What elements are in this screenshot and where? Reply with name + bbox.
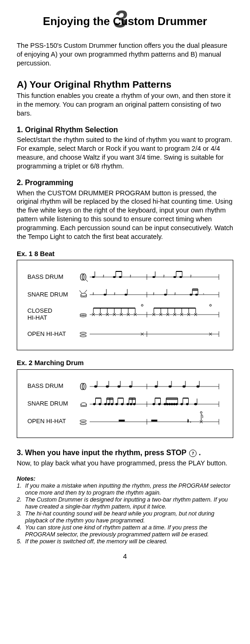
svg-point-141 xyxy=(105,403,107,405)
svg-point-128 xyxy=(197,386,199,387)
svg-point-178 xyxy=(181,403,183,405)
svg-point-101 xyxy=(80,332,86,334)
svg-point-172 xyxy=(173,403,176,405)
svg-text:𝄽: 𝄽 xyxy=(174,292,176,296)
instrument-label: CLOSEDHI-HAT xyxy=(27,308,74,321)
svg-point-17 xyxy=(173,276,176,278)
svg-point-171 xyxy=(171,403,173,405)
svg-point-35 xyxy=(125,294,127,296)
svg-point-163 xyxy=(153,403,155,405)
list-item: The hi-hat counting sound will be heard … xyxy=(23,510,233,524)
notes-list: If you make a mistake when inputting the… xyxy=(17,483,233,545)
list-item: If you make a mistake when inputting the… xyxy=(23,483,233,496)
svg-line-2 xyxy=(86,280,88,282)
instrument-label: SNARE DRUM xyxy=(27,291,74,299)
svg-point-170 xyxy=(169,403,171,405)
svg-point-7 xyxy=(113,276,116,278)
svg-point-126 xyxy=(183,386,185,387)
svg-point-131 xyxy=(81,403,86,406)
music-row: SNARE DRUM xyxy=(27,399,224,409)
svg-point-113 xyxy=(94,386,97,387)
svg-point-99 xyxy=(210,304,211,306)
svg-point-173 xyxy=(176,403,178,405)
sub3-body: Now, to play back what you have programm… xyxy=(17,459,233,468)
svg-point-122 xyxy=(155,386,158,387)
svg-text:𝄽: 𝄽 xyxy=(114,292,115,296)
svg-point-168 xyxy=(164,403,166,405)
svg-point-186 xyxy=(80,420,86,422)
open-hihat-notation-icon xyxy=(74,329,224,339)
music-row: OPEN HI-HAT 𝄽 . xyxy=(27,417,224,426)
example-2-box: BASS DRUM SNA xyxy=(17,369,233,438)
music-row: OPEN HI-HAT xyxy=(27,329,224,339)
svg-point-165 xyxy=(158,403,161,405)
svg-point-142 xyxy=(108,403,110,405)
svg-text:𝄽: 𝄽 xyxy=(92,292,94,296)
svg-point-136 xyxy=(93,403,96,405)
svg-point-9 xyxy=(119,276,122,278)
svg-point-24 xyxy=(81,293,86,296)
svg-point-180 xyxy=(186,403,189,405)
svg-text:.: . xyxy=(190,419,191,423)
svg-text:𝄽: 𝄽 xyxy=(163,274,164,278)
sub2-body: When the CUSTOM DRUMMER PROGRAM button i… xyxy=(17,189,233,241)
instrument-label: SNARE DRUM xyxy=(27,400,74,408)
svg-text:𝄽: 𝄽 xyxy=(153,292,154,296)
chapter-title-text: Enjoying the Custom Drummer xyxy=(43,15,207,27)
bass-drum-notation-icon: 𝄽 𝄽 𝄽 𝄽 xyxy=(74,272,224,282)
svg-point-117 xyxy=(118,386,120,387)
svg-point-115 xyxy=(106,386,109,387)
svg-point-98 xyxy=(141,304,143,306)
svg-text:𝄽: 𝄽 xyxy=(103,274,104,278)
svg-point-14 xyxy=(152,276,155,278)
svg-point-42 xyxy=(190,294,192,296)
music-row: CLOSEDHI-HAT xyxy=(27,308,224,321)
svg-point-124 xyxy=(169,386,171,387)
svg-point-19 xyxy=(179,276,182,278)
svg-point-155 xyxy=(130,403,132,405)
list-item: If the power is switched off, the memory… xyxy=(23,538,233,545)
example-1-label: Ex. 1 8 Beat xyxy=(17,250,233,258)
open-hihat-notation-icon: 𝄽 . xyxy=(74,417,224,426)
svg-point-138 xyxy=(99,403,101,405)
svg-point-151 xyxy=(121,403,124,405)
list-item: The Custom Drummer is designed for input… xyxy=(23,496,233,510)
instrument-label: BASS DRUM xyxy=(27,273,74,281)
svg-point-32 xyxy=(104,294,106,296)
svg-point-143 xyxy=(111,403,113,405)
music-row: SNARE DRUM 𝄽 𝄽 𝄽 𝄽 xyxy=(27,290,224,299)
page-number: 4 xyxy=(17,552,233,561)
snare-drum-notation-icon: 𝄽 𝄽 𝄽 𝄽 𝄾 xyxy=(74,290,224,299)
svg-point-4 xyxy=(92,276,95,278)
svg-line-29 xyxy=(79,290,82,293)
sub3-heading: 3. When you have input the rhythm, press… xyxy=(17,448,233,458)
svg-point-197 xyxy=(200,412,202,413)
instrument-label: OPEN HI-HAT xyxy=(27,330,74,338)
svg-point-119 xyxy=(129,386,132,387)
svg-rect-191 xyxy=(151,420,157,421)
section-a-heading: A) Your Original Rhythm Patterns xyxy=(17,78,233,90)
sub1-heading: 1. Original Rhythm Selection xyxy=(17,125,233,135)
music-row: BASS DRUM xyxy=(27,382,224,391)
notes-heading: Notes: xyxy=(17,475,233,483)
svg-point-102 xyxy=(80,335,86,337)
intro-paragraph: The PSS-150's Custom Drummer function of… xyxy=(17,41,233,68)
example-1-box: BASS DRUM 𝄽 𝄽 𝄽 xyxy=(17,260,233,350)
svg-point-154 xyxy=(127,403,129,405)
svg-text:𝄽: 𝄽 xyxy=(130,274,131,278)
instrument-label: OPEN HI-HAT xyxy=(27,418,74,425)
instrument-label: BASS DRUM xyxy=(27,382,74,390)
example-2-label: Ex. 2 Marching Drum xyxy=(17,359,233,367)
svg-text:𝄽: 𝄽 xyxy=(190,274,191,278)
svg-point-169 xyxy=(166,403,169,405)
music-row: BASS DRUM 𝄽 𝄽 𝄽 xyxy=(27,272,224,282)
svg-text:𝄾: 𝄾 xyxy=(203,293,204,295)
svg-line-28 xyxy=(85,290,87,293)
chapter-title: 3 Enjoying the Custom Drummer xyxy=(17,14,233,28)
svg-point-183 xyxy=(194,403,197,405)
svg-point-156 xyxy=(133,403,136,405)
sub2-heading: 2. Programming xyxy=(17,178,233,188)
closed-hihat-notation-icon xyxy=(74,310,224,319)
bass-drum-notation-icon xyxy=(74,382,224,391)
svg-point-44 xyxy=(195,294,198,296)
